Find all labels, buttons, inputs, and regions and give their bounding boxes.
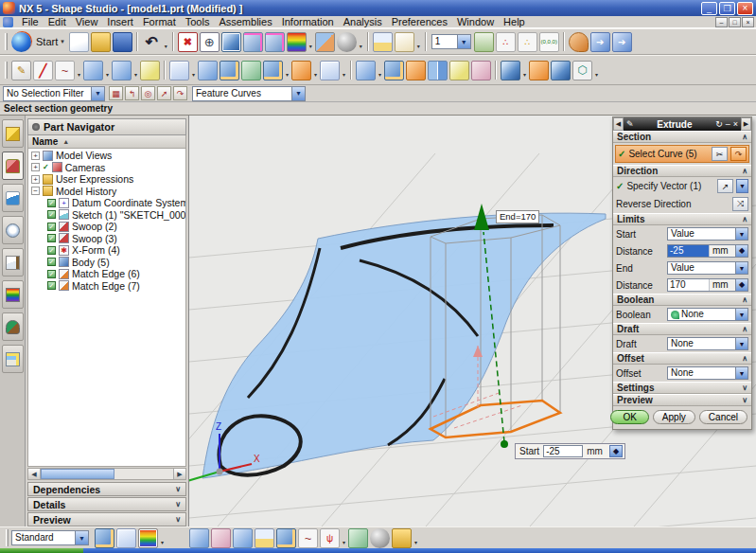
start-menu-button[interactable]: Start — [32, 36, 68, 47]
dialog-titlebar[interactable]: ◀ ✎ Extrude ↻ – × ▶ — [613, 117, 751, 131]
draft-analysis-dome-icon[interactable] — [211, 528, 231, 548]
styled-corner-icon[interactable] — [406, 61, 426, 80]
vector-dialog-icon[interactable]: ↗ — [717, 179, 733, 193]
lasso-icon[interactable]: ↷ — [173, 86, 187, 100]
menu-format[interactable]: Format — [138, 16, 181, 28]
preview-panel[interactable]: Preview∨ — [27, 512, 186, 526]
striped-surface-icon[interactable] — [348, 528, 368, 548]
start-type-combo[interactable]: Value — [667, 227, 748, 241]
through-curve-mesh-icon[interactable] — [198, 61, 218, 80]
tree-item-model-views[interactable]: +Model Views — [28, 150, 185, 162]
menu-window[interactable]: Window — [452, 16, 499, 28]
tree-item-match-edge6[interactable]: ✓Match Edge (6) — [28, 268, 185, 280]
line-icon[interactable]: ╱ — [33, 61, 53, 80]
menu-information[interactable]: Information — [277, 16, 339, 28]
high-quality-image-icon[interactable] — [287, 32, 307, 52]
select-curve-row[interactable]: ✓ Select Curve (5) ✂ ↷ — [615, 145, 749, 163]
curvature-comb-icon[interactable]: ~ — [298, 528, 318, 548]
layer-settings-icon[interactable] — [474, 32, 494, 52]
group-preview[interactable]: Preview∨ — [613, 394, 751, 406]
new-part-icon[interactable] — [69, 32, 89, 52]
face-analysis-zebra-icon[interactable] — [95, 528, 114, 548]
boolean-combo[interactable]: None — [667, 308, 748, 321]
reverse-direction-icon[interactable]: ⤨ — [732, 197, 748, 211]
image-dropdown-icon[interactable] — [308, 32, 314, 52]
group-direction[interactable]: Direction∧ — [613, 165, 751, 177]
scene-gallery-icon[interactable] — [2, 345, 24, 373]
spinner-icon[interactable]: ◆ — [735, 279, 747, 291]
assembly-navigator-icon[interactable] — [2, 119, 24, 148]
group-draft[interactable]: Draft∧ — [613, 323, 751, 335]
menu-view[interactable]: View — [71, 16, 103, 28]
tree-item-swoop3[interactable]: ✓Swoop (3) — [28, 233, 185, 245]
group-settings[interactable]: Settings∨ — [613, 382, 751, 394]
selection-filter-combo[interactable]: No Selection Filter — [3, 86, 105, 101]
apply-button[interactable]: Apply — [653, 410, 695, 424]
menu-preferences[interactable]: Preferences — [387, 16, 452, 28]
unite-icon[interactable]: ⬡ — [572, 61, 592, 80]
menu-file[interactable]: File — [17, 16, 44, 28]
end-type-combo[interactable]: Value — [667, 261, 748, 275]
part-navigator-header[interactable]: Part Navigator — [27, 118, 186, 135]
extrude-icon[interactable] — [291, 61, 311, 80]
studio-dropdown-icon[interactable] — [284, 61, 290, 80]
system-materials-icon[interactable] — [2, 248, 24, 276]
studio-surface-icon[interactable] — [263, 61, 283, 80]
offset-combo[interactable]: None — [667, 366, 748, 380]
fit-surface-icon[interactable] — [241, 61, 261, 80]
reflection-lines-icon[interactable] — [233, 528, 253, 548]
start-distance-input[interactable]: -25 mm ◆ — [667, 244, 748, 258]
visual-palette-icon[interactable] — [569, 32, 589, 52]
dialog-minimize-icon[interactable]: – — [726, 118, 730, 130]
roles-icon[interactable] — [2, 312, 24, 341]
reverse-direction-row[interactable]: Reverse Direction ⤨ — [613, 195, 751, 213]
spline-dropdown-icon[interactable] — [76, 61, 82, 80]
measure-dropdown-icon[interactable] — [415, 32, 422, 52]
assembly-constraints-icon[interactable] — [243, 32, 263, 52]
mdi-minimize-icon[interactable]: – — [715, 17, 728, 27]
tree-item-user-expressions[interactable]: +User Expressions — [28, 173, 185, 186]
analysis-dropdown-icon[interactable] — [159, 528, 166, 548]
mdi-restore-icon[interactable]: □ — [729, 17, 741, 27]
history-icon[interactable] — [2, 216, 24, 244]
details-panel[interactable]: Details∨ — [27, 497, 186, 511]
x-form-icon[interactable] — [529, 61, 549, 80]
model-swap-icon[interactable] — [315, 32, 335, 52]
close-icon[interactable]: × — [737, 2, 753, 15]
datum-csys-icon[interactable]: (0,0,0) — [539, 32, 559, 52]
sweep-dropdown-icon[interactable] — [377, 61, 383, 80]
plane-dropdown-icon[interactable] — [341, 61, 347, 80]
zoom-view-icon[interactable]: ⊕ — [200, 32, 220, 52]
tree-item-model-history[interactable]: −Model History — [28, 186, 185, 198]
point-set-icon[interactable]: ∴ — [496, 32, 516, 52]
section-sketch-icon[interactable]: ✂ — [712, 147, 728, 161]
highlight-lines-icon[interactable] — [189, 528, 209, 548]
undo-icon[interactable]: ↶ — [142, 32, 162, 52]
save-icon[interactable] — [113, 32, 132, 52]
open-icon[interactable] — [91, 32, 111, 52]
part-navigator-icon[interactable] — [2, 152, 24, 180]
snap-point-icon[interactable]: ▦ — [109, 86, 123, 100]
sketch-icon[interactable]: ✎ — [11, 61, 31, 80]
curve-dropdown-icon[interactable] — [104, 61, 111, 80]
highlight-icon[interactable]: ◎ — [141, 86, 155, 100]
curve-rule-combo[interactable]: Feature Curves — [192, 86, 306, 101]
name-column-header[interactable]: Name ▲ — [27, 135, 186, 149]
fit-curve-icon[interactable] — [83, 61, 103, 80]
measure-angle-icon[interactable] — [395, 32, 414, 52]
end-distance-input[interactable]: 170 mm ◆ — [667, 278, 748, 292]
bridge-surface-icon[interactable] — [428, 61, 448, 80]
move-component-icon[interactable] — [265, 32, 285, 52]
restore-icon[interactable]: ❒ — [719, 2, 735, 15]
surface-intersection-icon[interactable] — [276, 528, 296, 548]
offset-dropdown-icon[interactable] — [521, 61, 528, 80]
clip-left-icon[interactable]: ◀ — [613, 117, 624, 131]
os-start-button[interactable] — [0, 548, 83, 553]
analysis-preset-combo[interactable]: Standard — [11, 530, 89, 545]
swoop-icon[interactable] — [220, 61, 239, 80]
menu-assemblies[interactable]: Assemblies — [214, 16, 276, 28]
back-view-icon[interactable]: ➔ — [590, 32, 610, 52]
forward-view-icon[interactable]: ➔ — [612, 32, 632, 52]
ok-button[interactable]: OK — [610, 410, 648, 424]
offset-surface-icon[interactable] — [501, 61, 520, 80]
